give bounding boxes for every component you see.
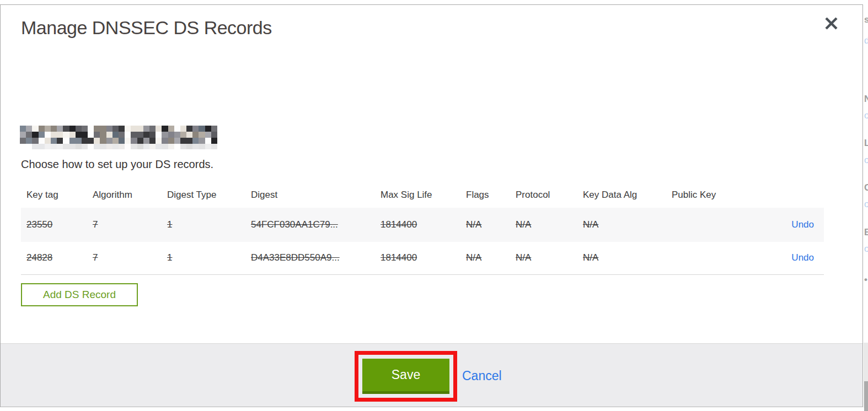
ds-records-table: Key tag Algorithm Digest Type Digest Max… xyxy=(21,182,824,275)
background-text-fragment: o xyxy=(864,199,868,210)
cell-key-data-alg: N/A xyxy=(577,208,666,242)
cell-flags: N/A xyxy=(460,242,510,274)
background-page-edge: sdNoLoCoEo• xyxy=(864,0,868,411)
column-header-flags: Flags xyxy=(460,182,510,208)
background-text-fragment: d xyxy=(864,35,868,46)
cell-max-sig-life: 1814400 xyxy=(375,242,460,274)
column-header-public-key: Public Key xyxy=(666,182,781,208)
background-text-fragment: E xyxy=(864,227,868,238)
scrollbar[interactable] xyxy=(864,381,868,411)
save-button[interactable]: Save xyxy=(362,359,449,394)
cell-protocol: N/A xyxy=(510,208,577,242)
cell-digest-type: 1 xyxy=(162,208,245,242)
background-text-fragment: • xyxy=(864,274,867,285)
background-text-fragment: N xyxy=(864,94,868,105)
cell-flags: N/A xyxy=(460,208,510,242)
table-header-row: Key tag Algorithm Digest Type Digest Max… xyxy=(21,182,824,208)
column-header-digest-type: Digest Type xyxy=(162,182,245,208)
manage-dnssec-ds-records-dialog: Manage DNSSEC DS Records Choose how to s… xyxy=(0,4,863,407)
column-header-protocol: Protocol xyxy=(510,182,577,208)
close-icon xyxy=(825,17,838,31)
column-header-key-data-alg: Key Data Alg xyxy=(577,182,666,208)
dialog-footer: Save Cancel xyxy=(1,343,862,407)
cancel-link[interactable]: Cancel xyxy=(462,369,502,383)
cell-key-tag: 23550 xyxy=(21,208,87,242)
background-text-fragment: o xyxy=(864,244,868,255)
table-row: 23550 7 1 54FCF030AA1C79... 1814400 N/A … xyxy=(21,208,824,242)
page-title: Manage DNSSEC DS Records xyxy=(21,17,272,39)
cell-key-data-alg: N/A xyxy=(577,242,666,274)
column-header-algorithm: Algorithm xyxy=(87,182,162,208)
column-header-max-sig-life: Max Sig Life xyxy=(375,182,460,208)
column-header-digest: Digest xyxy=(245,182,375,208)
cell-digest: 54FCF030AA1C79... xyxy=(245,208,375,242)
cell-digest-type: 1 xyxy=(162,242,245,274)
close-button[interactable] xyxy=(822,15,840,34)
background-text-fragment: L xyxy=(864,138,868,149)
instruction-text: Choose how to set up your DS records. xyxy=(21,158,213,171)
column-header-actions xyxy=(781,182,824,208)
background-text-fragment: s xyxy=(864,14,868,25)
background-text-fragment: o xyxy=(864,155,868,166)
background-text-fragment: C xyxy=(864,182,868,193)
undo-link[interactable]: Undo xyxy=(791,219,814,230)
cell-public-key xyxy=(666,242,781,274)
table-row: 24828 7 1 D4A33E8DD550A9... 1814400 N/A … xyxy=(21,242,824,274)
cell-max-sig-life: 1814400 xyxy=(375,208,460,242)
undo-link[interactable]: Undo xyxy=(791,252,814,263)
cell-public-key xyxy=(666,208,781,242)
cell-algorithm: 7 xyxy=(87,208,162,242)
cell-key-tag: 24828 xyxy=(21,242,87,274)
cell-digest: D4A33E8DD550A9... xyxy=(245,242,375,274)
cell-algorithm: 7 xyxy=(87,242,162,274)
cell-protocol: N/A xyxy=(510,242,577,274)
redacted-domain-name xyxy=(20,126,217,150)
add-ds-record-button[interactable]: Add DS Record xyxy=(21,283,138,306)
column-header-key-tag: Key tag xyxy=(21,182,87,208)
background-text-fragment: o xyxy=(864,110,868,121)
